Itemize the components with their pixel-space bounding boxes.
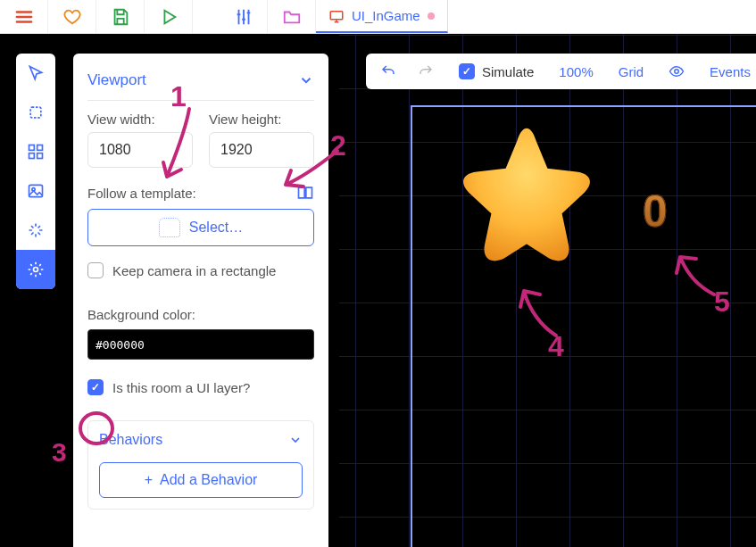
settings-tool[interactable]	[16, 250, 55, 289]
folder-button[interactable]	[268, 0, 316, 33]
svg-rect-4	[29, 153, 35, 159]
menu-button[interactable]	[0, 0, 48, 33]
chevron-down-icon	[288, 433, 303, 447]
svg-point-8	[34, 268, 38, 272]
chevron-down-icon	[298, 72, 314, 88]
simulate-toggle[interactable]: Simulate	[450, 63, 543, 79]
ghost-icon	[159, 218, 180, 237]
grid-toggle[interactable]: Grid	[610, 55, 652, 87]
save-button[interactable]	[96, 0, 145, 33]
add-copy-tool[interactable]	[16, 93, 55, 132]
tool-rail	[16, 54, 55, 289]
svg-rect-3	[37, 145, 43, 151]
sliders-button[interactable]	[220, 0, 268, 33]
simulate-label: Simulate	[482, 64, 534, 79]
keep-camera-checkbox[interactable]	[87, 262, 104, 278]
svg-rect-1	[30, 107, 41, 118]
view-height-input[interactable]	[209, 132, 314, 168]
add-behavior-label: Add a Behavior	[160, 472, 257, 488]
select-label: Select…	[189, 220, 243, 236]
viewport-section-header[interactable]: Viewport	[87, 64, 314, 96]
properties-panel: Viewport View width: View height: Follow…	[73, 54, 328, 547]
tab-label: UI_InGame	[352, 8, 420, 23]
behaviors-title: Behaviors	[99, 432, 162, 448]
light-tool[interactable]	[16, 211, 55, 250]
image-tool[interactable]	[16, 171, 55, 211]
view-height-label: View height:	[209, 112, 314, 127]
unsaved-dot-icon	[428, 12, 435, 20]
svg-rect-5	[37, 153, 43, 159]
book-icon[interactable]	[296, 184, 314, 202]
events-button[interactable]: Events	[701, 55, 756, 87]
svg-point-9	[675, 70, 679, 74]
svg-rect-6	[29, 185, 43, 196]
is-ui-layer-label: Is this room a UI layer?	[112, 380, 250, 395]
canvas[interactable]: Simulate 100% Grid Events	[339, 34, 756, 547]
undo-button[interactable]	[371, 55, 405, 87]
redo-button[interactable]	[409, 55, 443, 87]
follow-template-label: Follow a template:	[87, 186, 196, 201]
view-width-label: View width:	[87, 112, 193, 127]
zoom-level[interactable]: 100%	[550, 55, 602, 87]
canvas-toolbar: Simulate 100% Grid Events	[366, 54, 756, 89]
room-icon	[328, 8, 345, 24]
simulate-checkbox[interactable]	[459, 63, 475, 79]
heart-button[interactable]	[48, 0, 96, 33]
grid-tool[interactable]	[16, 132, 55, 171]
bg-color-label: Background color:	[87, 307, 314, 322]
select-template-button[interactable]: Select…	[87, 209, 314, 246]
tab-ui-ingame[interactable]: UI_InGame	[316, 0, 448, 33]
visibility-button[interactable]	[660, 55, 694, 87]
play-button[interactable]	[145, 0, 193, 33]
svg-rect-0	[330, 11, 343, 19]
select-tool[interactable]	[16, 54, 55, 93]
keep-camera-label: Keep camera in a rectangle	[112, 263, 276, 278]
score-text-copy[interactable]: 0	[643, 186, 668, 237]
toolbar-spacer	[193, 0, 220, 33]
add-behavior-button[interactable]: + Add a Behavior	[99, 462, 303, 498]
bg-color-input[interactable]	[87, 329, 314, 360]
svg-rect-2	[29, 145, 35, 151]
viewport-title: Viewport	[87, 71, 146, 89]
plus-icon: +	[145, 472, 153, 488]
behaviors-section-header[interactable]: Behaviors	[99, 432, 303, 457]
app-toolbar: UI_InGame	[0, 0, 756, 34]
star-copy[interactable]	[446, 119, 607, 279]
view-width-input[interactable]	[87, 132, 193, 168]
is-ui-layer-checkbox[interactable]	[87, 379, 104, 395]
